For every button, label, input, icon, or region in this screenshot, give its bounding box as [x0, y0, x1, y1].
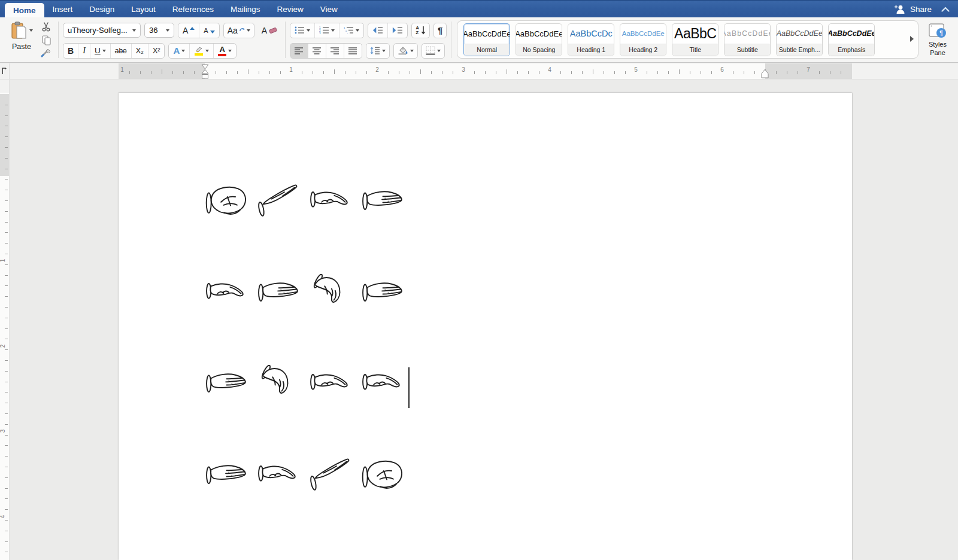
menu-tab-insert[interactable]: Insert	[44, 1, 81, 17]
share-button[interactable]: Share	[894, 1, 941, 17]
ruler-tick	[5, 339, 8, 339]
ruler-number: 1	[120, 66, 124, 73]
font-name-value: uTheory-Solfeg...	[68, 26, 128, 35]
style-card-subtle[interactable]: AaBbCcDdEeSubtle Emph...	[776, 23, 823, 56]
menu-tab-view[interactable]: View	[312, 1, 346, 17]
line-spacing-icon	[370, 47, 380, 54]
ruler-number: 2	[0, 345, 6, 348]
font-size-combobox[interactable]: 36	[144, 23, 174, 38]
styles-pane-button[interactable]: ¶ Styles Pane	[921, 17, 954, 62]
menu-tab-mailings[interactable]: Mailings	[222, 1, 269, 17]
style-card-title[interactable]: AaBbCTitle	[672, 23, 718, 56]
ruler-tick	[5, 307, 8, 308]
shading-button[interactable]	[393, 43, 418, 59]
paragraph-group: 123 1ai	[290, 17, 447, 62]
ruler-tick	[5, 179, 8, 179]
ruler-tick	[237, 71, 238, 74]
sort-arrow-icon	[421, 26, 426, 35]
menu-tab-home[interactable]: Home	[5, 3, 44, 17]
decrease-indent-button[interactable]	[368, 23, 387, 38]
align-center-button[interactable]	[308, 44, 326, 58]
ruler-tick	[668, 71, 669, 74]
superscript-button[interactable]: X²	[148, 44, 165, 58]
grow-font-button[interactable]: A	[178, 23, 199, 38]
cut-button[interactable]	[41, 22, 51, 32]
ruler-tick	[5, 382, 8, 382]
ruler-tick	[593, 69, 593, 74]
menu-tab-review[interactable]: Review	[268, 1, 311, 17]
multilevel-list-button[interactable]: 1ai	[339, 23, 363, 38]
highlight-button[interactable]	[189, 44, 213, 58]
change-case-button[interactable]: Aa	[223, 23, 254, 38]
document-line-1	[205, 182, 405, 221]
hand-sign-mi	[205, 365, 248, 403]
tab-stop-icon	[1, 68, 8, 75]
collapse-ribbon-button[interactable]	[941, 1, 958, 17]
show-paragraph-marks-button[interactable]: ¶	[433, 23, 447, 38]
text-effects-button[interactable]: A	[169, 44, 189, 58]
bullets-button[interactable]	[290, 23, 314, 38]
style-card-heading1[interactable]: AaBbCcDcHeading 1	[568, 23, 614, 56]
style-card-nospacing[interactable]: AaBbCcDdEeNo Spacing	[516, 23, 562, 56]
font-color-button[interactable]: A	[213, 44, 236, 58]
hand-sign-fa	[309, 365, 353, 403]
ruler-tick	[819, 71, 820, 74]
strikethrough-button[interactable]: abe	[110, 44, 131, 58]
menu-bar: HomeInsertDesignLayoutReferencesMailings…	[0, 0, 958, 17]
style-preview: AaBbCcDdEe	[516, 29, 562, 38]
paste-button[interactable]: Paste	[6, 20, 37, 62]
underline-caret[interactable]	[102, 50, 106, 52]
align-left-button[interactable]	[290, 44, 308, 58]
hand-sign-fa	[205, 274, 248, 312]
ruler-tick	[5, 509, 8, 510]
clear-formatting-button[interactable]: A	[258, 23, 281, 38]
increase-indent-button[interactable]	[387, 23, 407, 38]
style-card-normal[interactable]: AaBbCcDdEeNormal	[463, 23, 510, 56]
style-card-heading2[interactable]: AaBbCcDdEeHeading 2	[620, 23, 666, 56]
underline-button[interactable]: U	[90, 44, 110, 58]
menu-tab-layout[interactable]: Layout	[123, 1, 164, 17]
ruler-tick	[5, 456, 8, 456]
menu-tab-design[interactable]: Design	[81, 1, 123, 17]
ruler-tick	[776, 71, 777, 74]
ruler-tick	[366, 71, 367, 74]
left-indent-marker[interactable]	[201, 64, 209, 79]
ruler-number: 4	[0, 515, 6, 518]
ruler-tick	[5, 243, 8, 244]
style-preview: AaBbCcDdEe	[777, 29, 822, 38]
format-painter-icon	[41, 48, 51, 58]
numbering-button[interactable]: 123	[314, 23, 339, 38]
sort-button[interactable]: AZ	[411, 23, 430, 38]
borders-button[interactable]	[422, 43, 445, 59]
ruler-tick	[798, 71, 798, 74]
align-right-button[interactable]	[326, 44, 344, 58]
hand-sign-la	[257, 365, 301, 403]
style-card-subtitle[interactable]: AaBbCcDdEeSubtitle	[724, 23, 771, 56]
ruler-number: 7	[807, 66, 810, 73]
style-name: Normal	[464, 44, 510, 56]
ruler-tick	[5, 360, 8, 361]
font-name-combobox[interactable]: uTheory-Solfeg...	[63, 23, 141, 38]
format-painter-button[interactable]	[41, 48, 51, 59]
bold-button[interactable]: B	[63, 44, 78, 58]
document-line-4	[205, 456, 405, 495]
justify-button[interactable]	[344, 44, 362, 58]
ruler-number: 3	[462, 66, 465, 73]
document-page[interactable]	[119, 93, 852, 560]
right-indent-marker[interactable]	[761, 69, 769, 78]
ruler-tick	[194, 71, 195, 74]
copy-button[interactable]	[41, 35, 51, 45]
subscript-button[interactable]: X₂	[131, 44, 148, 58]
gallery-expand-button[interactable]	[908, 35, 915, 44]
ruler-tick	[5, 264, 8, 265]
paste-dropdown-caret[interactable]	[29, 29, 33, 32]
ruler-tick	[5, 531, 8, 531]
menu-tab-references[interactable]: References	[164, 1, 222, 17]
shrink-font-button[interactable]: A	[199, 23, 219, 38]
font-name-caret	[132, 29, 136, 32]
italic-button[interactable]: I	[78, 44, 90, 58]
hand-sign-mi	[361, 274, 405, 312]
line-spacing-button[interactable]	[366, 43, 390, 59]
tab-stop-selector[interactable]	[0, 63, 10, 79]
style-card-emphasis[interactable]: AaBbCcDdEeEmphasis	[828, 23, 875, 56]
